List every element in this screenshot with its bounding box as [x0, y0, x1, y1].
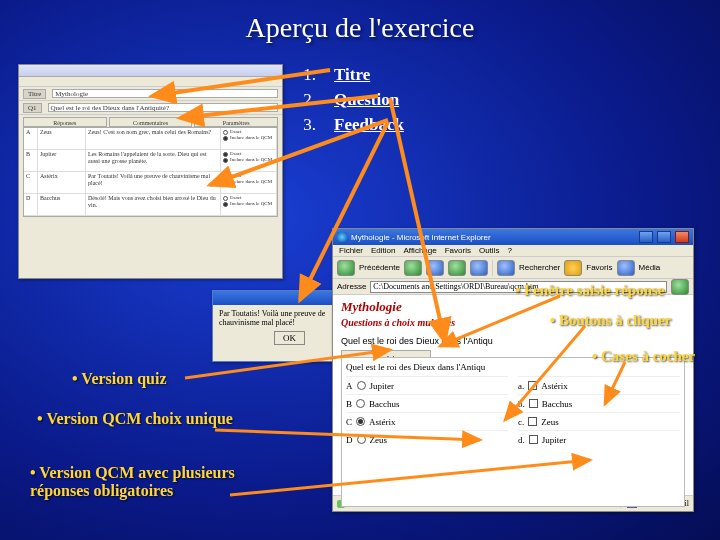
question-field[interactable]: Quel est le roi des Dieux dans l'Antiqui…	[48, 103, 278, 112]
caption-boutons: • Boutons à cliquer	[550, 312, 672, 329]
lbl-feedback: Feedback	[334, 115, 404, 135]
search-icon[interactable]	[497, 260, 515, 276]
qcm-check-row[interactable]: c.Zeus	[518, 412, 680, 430]
qcm-check-row[interactable]: b.Bacchus	[518, 394, 680, 412]
browser-toolbar: Précédente Rechercher Favoris Média	[333, 257, 693, 279]
menu-outils[interactable]: Outils	[479, 246, 499, 255]
favorites-icon[interactable]	[564, 260, 582, 276]
radio-icon[interactable]	[357, 381, 366, 390]
checkbox-icon[interactable]	[528, 417, 537, 426]
checkbox-icon[interactable]	[528, 381, 537, 390]
radio-icon[interactable]	[223, 158, 228, 163]
tab-reponses[interactable]: Réponses	[23, 117, 107, 127]
caption-version-qcm-multi: • Version QCM avec plusieurs réponses ob…	[30, 464, 240, 501]
browser-window: Mythologie - Microsoft Internet Explorer…	[332, 228, 694, 512]
caption-fenetre: • Fenêtre saisie réponse	[515, 282, 665, 299]
radio-icon[interactable]	[223, 174, 228, 179]
radio-icon[interactable]	[223, 130, 228, 135]
go-icon[interactable]	[671, 279, 689, 295]
radio-icon[interactable]	[223, 136, 228, 141]
caption-cases: • Cases à cocher	[592, 348, 695, 365]
qcm-radio-row[interactable]: DZeus	[346, 430, 508, 448]
row-params: Exact Inclure dans le QCM	[221, 128, 277, 149]
address-label: Adresse	[337, 282, 366, 291]
numbered-list: 1. Titre 2. Question 3. Feedback	[298, 62, 404, 137]
tab-commentaires[interactable]: Commentaires	[109, 117, 193, 127]
editor-menubar	[19, 77, 282, 87]
checkbox-icon[interactable]	[529, 399, 538, 408]
radio-icon[interactable]	[223, 180, 228, 185]
row-letter: A	[24, 128, 38, 149]
ie-icon	[337, 232, 347, 242]
editor-titlebar	[19, 65, 282, 77]
qcm-check-row[interactable]: a.Astérix	[518, 376, 680, 394]
num-2: 2.	[298, 90, 316, 110]
slide-title: Aperçu de l'exercice	[0, 0, 720, 44]
editor-window: Titre Mythologie Q1 Quel est le roi des …	[18, 64, 283, 279]
num-item-2: 2. Question	[298, 87, 404, 112]
browser-menubar: Fichier Edition Affichage Favoris Outils…	[333, 245, 693, 257]
quiz-question: Quel est le roi des Dieux dans l'Antiqu	[341, 336, 685, 346]
caption-version-quiz: • Version quiz	[72, 370, 167, 388]
row-answer[interactable]: Zeus	[38, 128, 86, 149]
qcm-radio-column: AJupiter BBacchus CAstérix DZeus	[346, 376, 508, 448]
back-icon[interactable]	[337, 260, 355, 276]
stop-icon[interactable]	[426, 260, 444, 276]
radio-icon[interactable]	[357, 435, 366, 444]
row-feedback[interactable]: Zeus! C'est son nom grec, mais celui des…	[86, 128, 221, 149]
forward-icon[interactable]	[404, 260, 422, 276]
editor-tabs: Réponses Commentaires Paramètres	[23, 117, 278, 127]
qcm-check-row[interactable]: d.Jupiter	[518, 430, 680, 448]
refresh-icon[interactable]	[448, 260, 466, 276]
menu-favoris[interactable]: Favoris	[445, 246, 471, 255]
checkbox-icon[interactable]	[529, 435, 538, 444]
qcm-panel: Quel est le roi des Dieux dans l'Antiqu …	[341, 357, 685, 495]
radio-icon[interactable]	[356, 417, 365, 426]
editor-question-row: Q1 Quel est le roi des Dieux dans l'Anti…	[19, 101, 282, 115]
table-row: C Astérix Par Toutatis! Voilà une preuve…	[24, 172, 277, 194]
window-title: Mythologie - Microsoft Internet Explorer	[351, 233, 635, 242]
num-1: 1.	[298, 65, 316, 85]
radio-icon[interactable]	[223, 152, 228, 157]
qcm-checkbox-column: a.Astérix b.Bacchus c.Zeus d.Jupiter	[518, 376, 680, 448]
back-label: Précédente	[359, 263, 400, 272]
table-row: B Jupiter Les Romains l'appelaient de la…	[24, 150, 277, 172]
lbl-question: Question	[334, 90, 399, 110]
browser-titlebar: Mythologie - Microsoft Internet Explorer	[333, 229, 693, 245]
num-3: 3.	[298, 115, 316, 135]
lbl-titre: Titre	[334, 65, 370, 85]
num-item-3: 3. Feedback	[298, 112, 404, 137]
qcm-radio-row[interactable]: AJupiter	[346, 376, 508, 394]
radio-icon[interactable]	[356, 399, 365, 408]
editor-title-row: Titre Mythologie	[19, 87, 282, 101]
titre-label: Titre	[23, 89, 46, 99]
home-icon[interactable]	[470, 260, 488, 276]
table-row: D Bacchus Désolé! Mais vous avez choisi …	[24, 194, 277, 216]
menu-help[interactable]: ?	[507, 246, 511, 255]
q-label: Q1	[23, 103, 42, 113]
media-icon[interactable]	[617, 260, 635, 276]
maximize-button[interactable]	[657, 231, 671, 243]
menu-edition[interactable]: Edition	[371, 246, 395, 255]
radio-icon[interactable]	[223, 202, 228, 207]
qcm-radio-row[interactable]: BBacchus	[346, 394, 508, 412]
answer-grid: A Zeus Zeus! C'est son nom grec, mais ce…	[23, 127, 278, 217]
num-item-1: 1. Titre	[298, 62, 404, 87]
table-row: A Zeus Zeus! C'est son nom grec, mais ce…	[24, 128, 277, 150]
tab-parametres[interactable]: Paramètres	[194, 117, 278, 127]
separator	[492, 260, 493, 276]
minimize-button[interactable]	[639, 231, 653, 243]
qcm-radio-row[interactable]: CAstérix	[346, 412, 508, 430]
dialog-ok-button[interactable]: OK	[274, 331, 305, 345]
menu-fichier[interactable]: Fichier	[339, 246, 363, 255]
menu-affichage[interactable]: Affichage	[403, 246, 436, 255]
close-button[interactable]	[675, 231, 689, 243]
titre-field[interactable]: Mythologie	[52, 89, 278, 98]
radio-icon[interactable]	[223, 196, 228, 201]
caption-version-qcm-unique: • Version QCM choix unique	[30, 410, 240, 428]
